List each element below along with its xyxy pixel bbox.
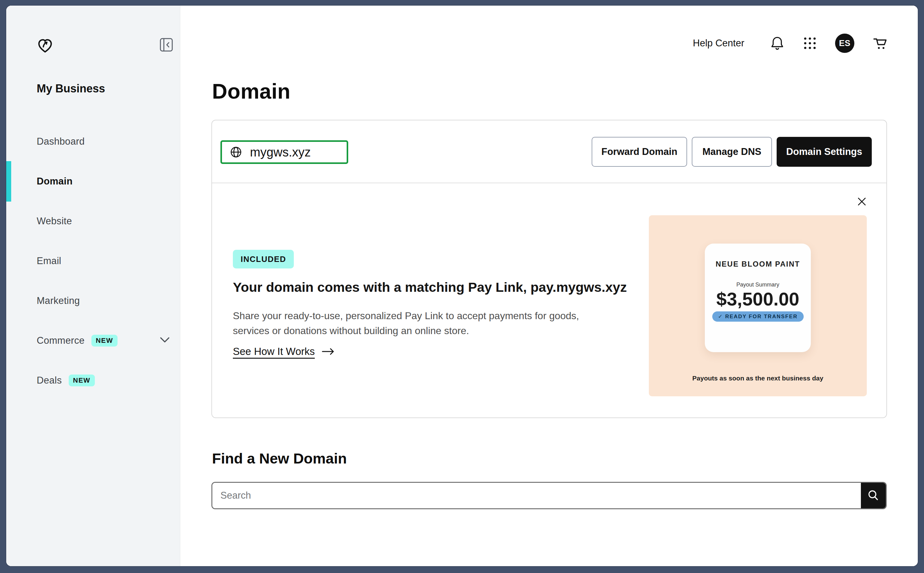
business-name: My Business: [37, 82, 105, 95]
forward-domain-button[interactable]: Forward Domain: [592, 137, 687, 167]
sidebar-item-label: Email: [37, 255, 61, 266]
sidebar-item-label: Domain: [37, 176, 72, 187]
new-badge: NEW: [69, 374, 95, 386]
domain-search-bar: [211, 482, 887, 509]
app-window: My Business Dashboard Domain Website Ema…: [6, 6, 918, 566]
included-badge: INCLUDED: [233, 250, 294, 268]
sidebar-item-email[interactable]: Email: [6, 252, 180, 270]
find-domain-heading: Find a New Domain: [212, 450, 347, 467]
sidebar-item-deals[interactable]: Deals NEW: [6, 371, 180, 390]
sidebar-item-domain[interactable]: Domain: [6, 172, 180, 191]
header-utilities: Help Center ES: [693, 32, 888, 54]
paylink-banner: INCLUDED Your domain comes with a matchi…: [212, 184, 887, 418]
manage-dns-button[interactable]: Manage DNS: [692, 137, 772, 167]
close-banner-button[interactable]: [855, 195, 868, 208]
notifications-bell-icon[interactable]: [770, 36, 785, 51]
search-submit-button[interactable]: [861, 483, 886, 508]
sidebar-item-label: Deals: [37, 375, 62, 386]
domain-actions: Forward Domain Manage DNS Domain Setting…: [592, 137, 872, 167]
globe-icon: [230, 146, 242, 158]
banner-heading: Your domain comes with a matching Pay Li…: [233, 280, 646, 295]
domain-settings-button[interactable]: Domain Settings: [777, 137, 872, 167]
sidebar: My Business Dashboard Domain Website Ema…: [6, 6, 180, 566]
payout-summary-label: Payout Summary: [705, 282, 811, 288]
magnifier-icon: [867, 489, 880, 502]
account-avatar[interactable]: ES: [835, 34, 854, 53]
page-title: Domain: [212, 79, 290, 103]
sidebar-item-marketing[interactable]: Marketing: [6, 291, 180, 310]
sidebar-item-commerce[interactable]: Commerce NEW: [6, 331, 180, 350]
link-label: See How It Works: [233, 346, 315, 357]
chevron-down-icon[interactable]: [159, 337, 170, 344]
app-grid-icon[interactable]: [803, 36, 817, 50]
sidebar-item-label: Commerce: [37, 335, 84, 346]
sidebar-item-label: Dashboard: [37, 136, 84, 147]
promo-store-name: NEUE BLOOM PAINT: [705, 260, 811, 268]
shopping-cart-icon[interactable]: [872, 36, 888, 51]
see-how-it-works-link[interactable]: See How It Works: [233, 346, 336, 357]
main-content: Help Center ES: [180, 6, 918, 566]
payout-amount: $3,500.00: [705, 288, 811, 310]
payout-footnote: Payouts as soon as the next business day: [649, 374, 867, 382]
domain-card-header: mygws.xyz Forward Domain Manage DNS Doma…: [212, 121, 887, 183]
collapse-sidebar-button[interactable]: [160, 38, 173, 52]
sidebar-item-website[interactable]: Website: [6, 212, 180, 230]
domain-card: mygws.xyz Forward Domain Manage DNS Doma…: [211, 120, 887, 418]
domain-search-input[interactable]: [212, 483, 861, 508]
sidebar-item-label: Website: [37, 216, 72, 227]
paylink-promo-image: NEUE BLOOM PAINT Payout Summary $3,500.0…: [649, 215, 867, 396]
banner-body-text: Share your ready-to-use, personalized Pa…: [233, 308, 603, 338]
ready-for-transfer-badge: ✓ READY FOR TRANSFER: [712, 312, 803, 322]
payout-summary-card: NEUE BLOOM PAINT Payout Summary $3,500.0…: [705, 244, 811, 352]
sidebar-item-label: Marketing: [37, 295, 80, 307]
godaddy-logo-icon: [36, 37, 54, 55]
domain-selector[interactable]: mygws.xyz: [220, 140, 348, 164]
help-center-link[interactable]: Help Center: [693, 38, 744, 49]
sidebar-item-dashboard[interactable]: Dashboard: [6, 132, 180, 151]
arrow-right-icon: [322, 347, 336, 356]
new-badge: NEW: [91, 335, 117, 346]
current-domain-name: mygws.xyz: [250, 145, 311, 159]
